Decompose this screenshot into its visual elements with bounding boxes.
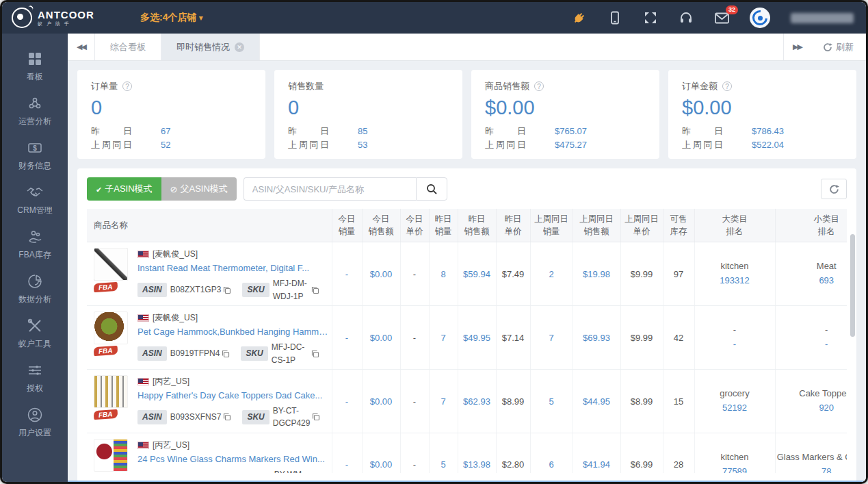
asin-value: B093SXFNS7 <box>170 411 222 424</box>
sidebar-item-crm[interactable]: CRM管理 <box>2 178 68 222</box>
mobile-icon[interactable] <box>607 10 622 25</box>
yesterday-qty[interactable]: 5 <box>429 433 458 473</box>
product-thumbnail[interactable]: FBA <box>94 311 131 355</box>
top-bar: ANTCOOR 蚁 户 助 手 多选:4个店铺 32 <box>2 2 866 34</box>
today-sales[interactable]: $0.00 <box>362 370 400 433</box>
kpi-value: 0 <box>288 97 449 119</box>
copy-icon[interactable] <box>312 413 320 421</box>
copy-icon[interactable] <box>311 350 319 358</box>
yesterday-qty[interactable]: 7 <box>429 306 458 370</box>
today-sales[interactable]: $0.00 <box>362 433 400 473</box>
today-sales[interactable]: $0.00 <box>362 306 400 370</box>
kpi-card-order-count: 订单量 0 昨日67 上周同日52 <box>77 70 265 159</box>
sub-category-rank[interactable]: 920 <box>777 401 847 416</box>
main-category-rank[interactable]: 193312 <box>696 274 774 288</box>
sidebar-item-fba-inventory[interactable]: FBA库存 <box>2 222 68 267</box>
today-qty[interactable]: - <box>332 242 362 306</box>
avatar[interactable] <box>750 8 770 28</box>
us-flag-icon <box>137 442 149 449</box>
lastweek-sales[interactable]: $69.93 <box>573 306 620 370</box>
available-stock: 28 <box>663 433 694 473</box>
product-title-link[interactable]: 24 Pcs Wine Glass Charms Markers Red Win… <box>137 453 330 466</box>
today-sales[interactable]: $0.00 <box>362 242 400 306</box>
main-category: kitchen <box>696 259 774 274</box>
copy-icon[interactable] <box>223 413 231 421</box>
sku-tag: SKU <box>241 346 267 361</box>
sidebar-item-user-settings[interactable]: 用户设置 <box>2 400 68 445</box>
lastweek-qty[interactable]: 5 <box>530 370 573 433</box>
lastweek-sales[interactable]: $41.94 <box>573 433 620 473</box>
kpi-value: 0 <box>91 97 252 119</box>
tabs-scroll-right-button[interactable]: ▶▶ <box>783 34 811 60</box>
today-qty[interactable]: - <box>332 306 362 370</box>
today-price: - <box>400 433 429 473</box>
table-refresh-button[interactable] <box>821 179 847 199</box>
copy-icon[interactable] <box>223 286 231 294</box>
product-image <box>94 248 128 281</box>
sidebar-item-data-analysis[interactable]: 数据分析 <box>2 267 68 311</box>
sidebar-item-authorization[interactable]: 授权 <box>2 356 68 400</box>
sku-tag: SKU <box>242 283 269 297</box>
product-thumbnail[interactable]: FBA <box>94 439 131 473</box>
main-category-rank[interactable]: 77589 <box>696 465 774 473</box>
today-qty[interactable]: - <box>332 370 362 433</box>
fba-badge: FBA <box>94 409 118 420</box>
yesterday-qty[interactable]: 8 <box>429 242 458 306</box>
page-refresh-button[interactable]: 刷新 <box>811 34 866 60</box>
yesterday-sales[interactable]: $13.98 <box>458 433 496 473</box>
sidebar-item-dashboard[interactable]: 看板 <box>2 44 68 89</box>
search-input[interactable] <box>244 177 416 201</box>
lastweek-sales[interactable]: $19.98 <box>573 242 620 306</box>
sub-category-rank[interactable]: 78 <box>777 465 847 473</box>
headset-icon[interactable] <box>679 10 694 25</box>
tab-realtime-sales[interactable]: 即时销售情况 <box>161 34 260 60</box>
today-qty[interactable]: - <box>332 433 362 473</box>
lastweek-qty[interactable]: 7 <box>530 306 573 370</box>
sidebar-item-operations-analysis[interactable]: 运营分析 <box>2 89 68 133</box>
sub-category: Cake Toppers <box>777 387 847 401</box>
tabs-scroll-left-button[interactable]: ◀◀ <box>68 34 95 60</box>
logo-text: ANTCOOR <box>38 10 94 20</box>
info-icon[interactable] <box>122 81 132 91</box>
table-toolbar: 子ASIN模式 父ASIN模式 <box>87 177 847 201</box>
today-price: - <box>400 306 429 370</box>
store-selector-dropdown[interactable]: 多选:4个店铺 <box>140 12 203 24</box>
sidebar-item-tools[interactable]: 蚁户工具 <box>2 311 68 356</box>
sub-category-rank[interactable]: 693 <box>777 274 847 288</box>
check-icon <box>96 184 102 194</box>
main-category: grocery <box>696 387 774 401</box>
info-icon[interactable] <box>534 81 544 91</box>
product-thumbnail[interactable]: FBA <box>94 248 131 292</box>
store-name: [丙艺_US] <box>153 375 189 388</box>
product-thumbnail[interactable]: FBA <box>94 375 131 419</box>
lastweek-qty[interactable]: 2 <box>530 242 573 306</box>
today-price: - <box>400 370 429 433</box>
plugin-icon[interactable] <box>572 10 587 25</box>
info-icon[interactable] <box>722 81 732 91</box>
sidebar-item-finance[interactable]: $ 财务信息 <box>2 133 68 178</box>
product-title-link[interactable]: Pet Cage Hammock,Bunkbed Hanging Hammock… <box>137 325 330 339</box>
parent-asin-mode-button[interactable]: 父ASIN模式 <box>161 177 237 201</box>
tab-dashboard[interactable]: 综合看板 <box>95 34 161 60</box>
search-button[interactable] <box>416 177 447 201</box>
table-scrollbar[interactable] <box>850 234 855 337</box>
yesterday-sales[interactable]: $59.94 <box>458 242 496 306</box>
yesterday-price: $7.49 <box>496 242 530 306</box>
child-asin-mode-button[interactable]: 子ASIN模式 <box>87 177 161 201</box>
yesterday-sales[interactable]: $49.95 <box>458 306 496 370</box>
product-title-link[interactable]: Instant Read Meat Thermometer, Digital F… <box>137 262 330 275</box>
yesterday-qty[interactable]: 7 <box>429 370 458 433</box>
available-stock: 15 <box>663 370 694 433</box>
lastweek-sales[interactable]: $44.95 <box>573 370 620 433</box>
yesterday-sales[interactable]: $62.93 <box>458 370 496 433</box>
username[interactable] <box>791 13 854 23</box>
tab-close-icon[interactable] <box>235 42 244 52</box>
table-row: FBA [麦帆俊_US] Pet Cage Hammock,Bunkbed Ha… <box>87 306 847 370</box>
copy-icon[interactable] <box>222 350 230 358</box>
copy-icon[interactable] <box>311 286 319 294</box>
mail-icon[interactable]: 32 <box>714 10 729 25</box>
product-title-link[interactable]: Happy Father's Day Cake Toppers Dad Cake… <box>137 389 330 403</box>
main-category-rank[interactable]: 52192 <box>696 401 774 416</box>
fullscreen-icon[interactable] <box>643 10 658 25</box>
lastweek-qty[interactable]: 6 <box>530 433 573 473</box>
